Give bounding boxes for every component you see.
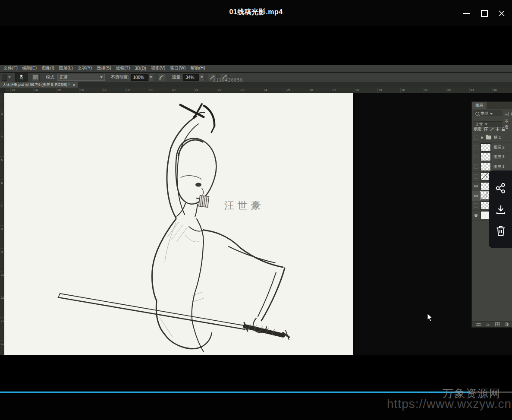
spinner-arrow-icon (150, 76, 152, 78)
ruler-tick-label: 20 (172, 88, 175, 92)
mouse-cursor (427, 313, 433, 324)
layer-row-2[interactable]: 图层 2 (472, 143, 512, 153)
minimize-button[interactable] (460, 8, 473, 19)
menu-edit[interactable]: 编辑(E) (22, 65, 37, 71)
flow-spinner[interactable] (199, 74, 204, 81)
blend-mode-value: 正常 (60, 74, 68, 80)
download-button[interactable] (495, 204, 506, 215)
menu-help[interactable]: 帮助(H) (190, 65, 205, 71)
tab-close-icon[interactable] (72, 83, 75, 86)
spinner-arrow-icon (201, 76, 203, 78)
video-player-window: 01线稿光影.mp4 文件(F) 编辑(E) 图像(I) 图层(L) 文字(Y)… (0, 0, 512, 420)
menu-view[interactable]: 视图(V) (151, 65, 165, 71)
maximize-button[interactable] (478, 8, 491, 19)
filter-kind-value: 类型 (481, 111, 488, 117)
blend-mode-dropdown[interactable]: 正常 (57, 74, 105, 81)
visibility-toggle[interactable] (473, 203, 479, 208)
visibility-toggle[interactable] (473, 174, 479, 179)
maximize-icon (481, 10, 488, 17)
layer-row-group1[interactable]: 组 1 (472, 133, 512, 143)
visibility-toggle[interactable] (473, 164, 479, 169)
menu-window[interactable]: 窗口(W) (170, 65, 185, 71)
filter-image-icon[interactable] (504, 112, 509, 116)
visibility-off-icon (474, 174, 478, 179)
document-tab[interactable]: 人体折叠.psd @ 66.7% (图层 8, RGB/8) * (0, 82, 78, 88)
flow-value: 34% (185, 75, 194, 80)
menu-image[interactable]: 图像(I) (41, 65, 54, 71)
eye-icon (474, 184, 478, 188)
layer-name: 组 1 (494, 135, 501, 140)
lock-transparency-icon[interactable] (484, 127, 488, 131)
ruler-tick-label: 13 (11, 88, 15, 92)
ruler-tick-label: 4 (1, 135, 3, 139)
visibility-toggle[interactable] (473, 135, 479, 140)
panel-tab-strip: 图层 (472, 102, 512, 109)
trash-icon (496, 225, 506, 237)
layer-name: 图层 2 (493, 145, 505, 150)
share-button[interactable] (495, 183, 506, 194)
figure-sketch (4, 93, 353, 355)
document-tab-title: 人体折叠.psd @ 66.7% (图层 8, RGB/8) * (3, 82, 70, 88)
ps-options-bar: 40 模式: 正常 不透明度: 100% 流量: 34% (0, 73, 512, 82)
ruler-tick-label: 17 (103, 88, 107, 92)
opacity-value: 100% (133, 75, 144, 80)
ps-menu-bar: 文件(F) 编辑(E) 图像(I) 图层(L) 文字(Y) 选择(S) 滤镜(T… (0, 65, 512, 72)
layer-thumbnail (481, 153, 491, 161)
brush-preset-picker[interactable]: 40 (15, 73, 28, 82)
menu-file[interactable]: 文件(F) (3, 65, 18, 71)
visibility-toggle[interactable] (473, 155, 479, 159)
toggle-brush-panel-icon[interactable] (31, 74, 40, 81)
opacity-field[interactable]: 100% (131, 74, 148, 81)
lock-pixels-icon[interactable] (490, 127, 494, 131)
lock-position-icon[interactable] (496, 127, 499, 131)
menu-3d[interactable]: 3D(D) (135, 66, 146, 71)
ruler-tick-label: 24 (264, 88, 267, 92)
ruler-tick-label: 21 (195, 88, 198, 92)
delete-button[interactable] (495, 225, 506, 237)
opacity-spinner[interactable] (148, 74, 154, 81)
close-button[interactable] (495, 8, 508, 19)
link-layers-icon[interactable] (476, 323, 481, 326)
menu-layer[interactable]: 图层(L) (59, 65, 73, 71)
ruler-tick-label: 22 (218, 88, 221, 92)
lock-all-icon[interactable] (501, 127, 505, 132)
site-action-panel (489, 171, 512, 248)
flow-field[interactable]: 34% (183, 74, 199, 81)
visibility-off-icon (474, 155, 478, 159)
layer-filter-dropdown[interactable]: 类型 (474, 111, 502, 117)
group-caret-icon[interactable] (481, 136, 484, 139)
layers-tab[interactable]: 图层 (472, 102, 487, 109)
layer-style-fx-icon[interactable]: fx. (486, 322, 490, 327)
visibility-toggle[interactable] (473, 213, 479, 218)
ruler-tick-label: 18 (126, 88, 129, 92)
pressure-opacity-icon[interactable] (157, 74, 166, 81)
menu-filter[interactable]: 滤镜(T) (116, 65, 130, 71)
ruler-tick-label: 6 (1, 181, 3, 185)
visibility-toggle[interactable] (473, 184, 479, 189)
dropdown-arrow-icon (100, 76, 103, 78)
folder-icon (486, 136, 491, 139)
menu-type[interactable]: 文字(Y) (78, 65, 92, 71)
layer-opacity-label: 不透 (504, 119, 512, 130)
brush-size-value: 40 (20, 77, 23, 80)
layer-mask-icon[interactable] (495, 322, 500, 326)
layer-filter-row: 类型 (474, 111, 512, 117)
tool-preset-icon[interactable] (2, 74, 7, 81)
minimize-icon (463, 13, 470, 14)
ruler-tick-label: 33 (470, 88, 474, 92)
ps-canvas[interactable]: 汪世豪 (4, 93, 353, 355)
ruler-tick-label: 8 (1, 227, 3, 231)
menu-select[interactable]: 选择(S) (97, 65, 111, 71)
layers-panel-footer: fx. (472, 321, 512, 327)
adjustment-layer-icon[interactable] (505, 322, 509, 326)
visibility-toggle[interactable] (473, 193, 479, 198)
visibility-toggle[interactable] (473, 145, 479, 150)
ruler-tick-label: 31 (424, 88, 428, 92)
title-bar: 01线稿光影.mp4 (0, 0, 512, 26)
dropdown-arrow-icon (490, 113, 493, 115)
ruler-tick-label: 16 (80, 88, 84, 92)
lock-row: 锁定: (474, 126, 505, 132)
layer-row-3[interactable]: 图层 3 (472, 152, 512, 162)
ruler-tick-label: 26 (310, 88, 313, 92)
visibility-off-icon (474, 203, 478, 208)
